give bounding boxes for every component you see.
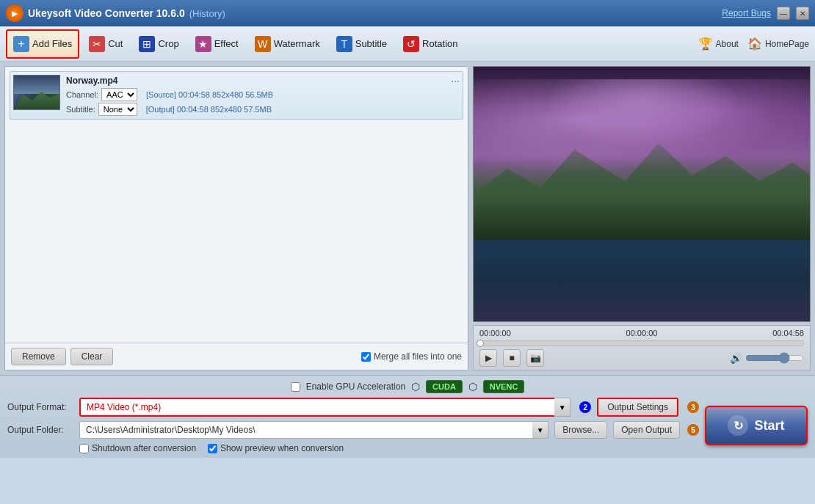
format-num-badge: 2 — [579, 401, 591, 413]
folder-path-select[interactable]: C:\Users\Administrator\Desktop\My Videos… — [79, 421, 548, 439]
about-button[interactable]: 🏆 About — [698, 37, 739, 51]
about-label: About — [716, 39, 739, 49]
title-bar: ▶ Ukeysoft Video Converter 10.6.0 (Histo… — [0, 0, 815, 26]
volume-slider[interactable] — [745, 352, 804, 364]
format-folder-start: Output Format: MP4 Video (*.mp4) ▼ 2 Out… — [7, 398, 808, 453]
gpu-label[interactable]: Enable GPU Acceleration — [306, 381, 405, 392]
time-start: 00:00:00 — [479, 329, 511, 337]
preview-reflection — [474, 240, 810, 321]
merge-label[interactable]: Merge all files into one — [374, 351, 462, 362]
format-select-container: MP4 Video (*.mp4) ▼ — [79, 398, 570, 417]
add-files-button[interactable]: + Add Files — [6, 29, 79, 59]
minimize-button[interactable]: — — [777, 7, 790, 20]
cuda-badge: CUDA — [426, 380, 463, 393]
start-button[interactable]: ↻ Start — [705, 406, 808, 445]
subtitle-button[interactable]: T Subtitle — [330, 29, 394, 59]
about-icon: 🏆 — [698, 37, 713, 51]
start-icon: ↻ — [728, 415, 748, 436]
shutdown-label: Shutdown after conversion — [92, 443, 196, 453]
report-bugs-button[interactable]: Report Bugs — [722, 8, 771, 18]
home-icon: 🏠 — [747, 37, 762, 51]
remove-button[interactable]: Remove — [11, 348, 66, 365]
file-thumbnail — [13, 75, 60, 110]
watermark-label: Watermark — [274, 38, 320, 49]
camera-icon: 📷 — [530, 353, 541, 363]
file-name: Norway.mp4 — [66, 76, 117, 86]
watermark-button[interactable]: W Watermark — [248, 29, 327, 59]
gpu-icon-nvenc: ⬡ — [468, 381, 477, 392]
snapshot-button[interactable]: 📷 — [526, 349, 544, 367]
app-logo: ▶ — [6, 4, 23, 22]
preview-checkbox[interactable] — [208, 444, 217, 453]
close-button[interactable]: ✕ — [796, 7, 809, 20]
channel-select[interactable]: AAC — [101, 88, 137, 101]
cut-button[interactable]: ✂ Cut — [82, 29, 129, 59]
folder-dropdown-button[interactable]: ▼ — [532, 421, 548, 439]
app-history: (History) — [189, 8, 225, 19]
time-mid: 00:00:00 — [626, 329, 658, 337]
effect-button[interactable]: ★ Effect — [189, 29, 245, 59]
output-info: [Output] 00:04:58 852x480 57.5MB — [146, 105, 272, 114]
watermark-icon: W — [255, 36, 271, 52]
gpu-checkbox[interactable] — [291, 382, 300, 392]
volume-icon: 🔊 — [730, 352, 742, 364]
options-row: Shutdown after conversion Show preview w… — [7, 443, 699, 453]
subtitle-select[interactable]: None — [98, 103, 137, 116]
shutdown-checkbox-label[interactable]: Shutdown after conversion — [79, 443, 196, 453]
playback-row: ▶ ■ 📷 🔊 — [479, 349, 804, 367]
time-end: 00:04:58 — [772, 329, 804, 337]
browse-button[interactable]: Browse... — [554, 421, 607, 439]
crop-button[interactable]: ⊞ Crop — [132, 29, 185, 59]
format-row: Output Format: MP4 Video (*.mp4) ▼ 2 Out… — [7, 398, 699, 417]
file-subtitle-row: Subtitle: None [Output] 00:04:58 852x480… — [66, 103, 460, 116]
bottom-section: Enable GPU Acceleration ⬡ CUDA ⬡ NVENC O… — [0, 375, 815, 458]
play-button[interactable]: ▶ — [479, 349, 497, 367]
toolbar-right: 🏆 About 🏠 HomePage — [698, 37, 809, 51]
homepage-button[interactable]: 🏠 HomePage — [747, 37, 809, 51]
effect-label: Effect — [214, 38, 239, 49]
file-list-panel: Norway.mp4 ··· Channel: AAC [Source] 00:… — [4, 66, 468, 370]
source-info: [Source] 00:04:58 852x480 56.5MB — [146, 90, 273, 99]
gpu-row: Enable GPU Acceleration ⬡ CUDA ⬡ NVENC — [7, 380, 808, 393]
file-channel-row: Channel: AAC [Source] 00:04:58 852x480 5… — [66, 88, 460, 101]
start-label: Start — [754, 418, 784, 434]
folder-path-container: C:\Users\Administrator\Desktop\My Videos… — [79, 421, 548, 439]
merge-checkbox-area: Merge all files into one — [361, 351, 462, 362]
progress-bar[interactable] — [479, 340, 804, 346]
format-dropdown-button[interactable]: ▼ — [554, 398, 570, 417]
rotation-label: Rotation — [422, 38, 457, 49]
preview-checkbox-label[interactable]: Show preview when conversion — [208, 443, 344, 453]
open-output-button[interactable]: Open Output — [613, 421, 680, 439]
title-bar-left: ▶ Ukeysoft Video Converter 10.6.0 (Histo… — [6, 4, 225, 22]
cut-label: Cut — [108, 38, 123, 49]
file-list-controls: Remove Clear Merge all files into one — [5, 343, 468, 370]
output-settings-button[interactable]: Output Settings — [597, 398, 678, 417]
format-select[interactable]: MP4 Video (*.mp4) — [79, 398, 570, 417]
folder-row: Output Folder: C:\Users\Administrator\De… — [7, 421, 699, 439]
folder-actions-badge: 5 — [687, 424, 699, 436]
subtitle-label: Subtitle — [355, 38, 387, 49]
homepage-label: HomePage — [765, 39, 809, 49]
subtitle-label: Subtitle: — [66, 105, 95, 114]
add-files-label: Add Files — [32, 38, 72, 49]
shutdown-checkbox[interactable] — [79, 444, 89, 453]
crop-label: Crop — [158, 38, 178, 49]
settings-num-badge: 3 — [687, 401, 699, 413]
progress-thumb[interactable] — [477, 340, 484, 347]
stop-button[interactable]: ■ — [503, 349, 521, 367]
file-name-row: Norway.mp4 ··· — [66, 75, 460, 87]
video-preview — [473, 66, 811, 322]
clear-button[interactable]: Clear — [70, 348, 114, 365]
merge-checkbox[interactable] — [361, 352, 371, 362]
file-menu-button[interactable]: ··· — [451, 75, 460, 87]
cut-icon: ✂ — [89, 36, 105, 52]
time-row: 00:00:00 00:00:00 00:04:58 — [479, 329, 804, 337]
volume-area: 🔊 — [730, 352, 804, 364]
video-controls: 00:00:00 00:00:00 00:04:58 ▶ ■ — [473, 325, 811, 370]
subtitle-icon: T — [336, 36, 352, 52]
nvenc-badge: NVENC — [483, 380, 525, 393]
file-item: Norway.mp4 ··· Channel: AAC [Source] 00:… — [10, 71, 463, 120]
rotation-button[interactable]: ↺ Rotation — [396, 29, 464, 59]
file-list-area: Norway.mp4 ··· Channel: AAC [Source] 00:… — [5, 67, 468, 343]
format-folder-wrapper: Output Format: MP4 Video (*.mp4) ▼ 2 Out… — [7, 398, 699, 453]
